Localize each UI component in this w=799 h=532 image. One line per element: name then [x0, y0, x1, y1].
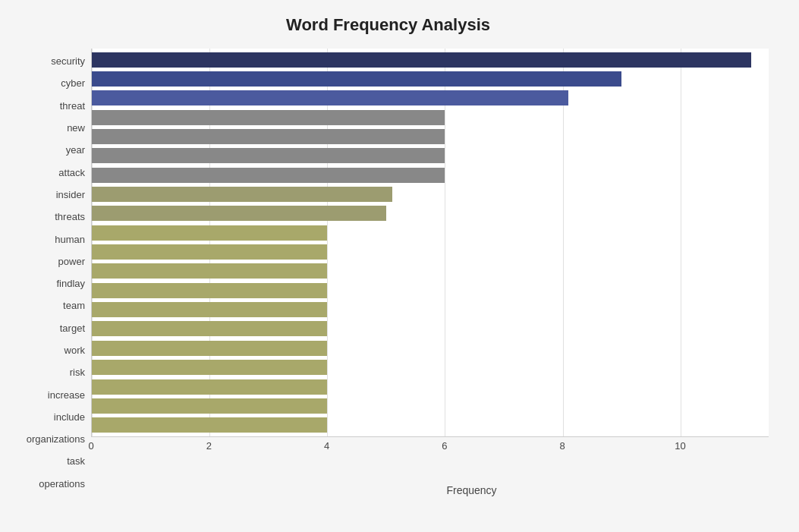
x-axis-title: Frequency	[175, 484, 769, 496]
y-axis-label-cyber: cyber	[61, 74, 85, 93]
plot-wrapper: 0246810 Frequency	[91, 49, 769, 496]
bar-row-operations	[92, 416, 769, 435]
y-axis-label-attack: attack	[58, 162, 85, 182]
y-axis-label-findlay: findlay	[56, 274, 85, 294]
y-axis-label-human: human	[55, 229, 85, 249]
bar-findlay	[92, 244, 327, 260]
x-axis-labels: 0246810	[91, 440, 769, 463]
y-axis-label-security: security	[51, 52, 85, 71]
bar-include	[92, 360, 327, 375]
y-axis-label-target: target	[60, 318, 85, 338]
y-axis-label-increase: increase	[48, 385, 85, 405]
bar-operations	[92, 417, 327, 433]
y-axis-label-new: new	[67, 118, 85, 138]
bar-row-power	[92, 223, 769, 242]
bar-row-increase	[92, 338, 769, 357]
bar-year	[92, 129, 445, 144]
bar-security	[92, 52, 751, 68]
bar-power	[92, 225, 327, 241]
bar-attack	[92, 148, 445, 163]
bar-row-insider	[92, 165, 769, 184]
bars-container	[92, 49, 769, 436]
y-axis-label-power: power	[58, 251, 85, 271]
x-tick-4: 4	[324, 440, 329, 452]
bar-work	[92, 302, 327, 317]
bar-new	[92, 110, 445, 125]
bar-row-security	[92, 50, 769, 69]
bar-target	[92, 283, 327, 298]
bar-organizations	[92, 379, 327, 395]
y-axis-label-insider: insider	[56, 184, 85, 204]
bar-row-year	[92, 127, 769, 146]
bar-risk	[92, 321, 327, 336]
y-axis-label-risk: risk	[70, 363, 85, 382]
y-axis-label-operations: operations	[39, 474, 85, 493]
bar-cyber	[92, 71, 621, 87]
x-tick-6: 6	[442, 440, 447, 452]
y-axis-label-threat: threat	[60, 96, 85, 115]
y-axis-label-include: include	[54, 407, 85, 427]
bar-row-human	[92, 204, 769, 223]
bar-row-team	[92, 262, 769, 281]
bar-row-risk	[92, 320, 769, 338]
bar-row-task	[92, 396, 769, 415]
bar-row-new	[92, 108, 769, 127]
bar-task	[92, 398, 327, 414]
chart-title: Word Frequency Analysis	[8, 15, 769, 35]
x-tick-0: 0	[88, 440, 93, 452]
y-axis: securitycyberthreatnewyearattackinsidert…	[8, 49, 91, 496]
bar-increase	[92, 341, 327, 356]
y-axis-label-organizations: organizations	[27, 430, 85, 449]
bar-row-include	[92, 358, 769, 377]
y-axis-label-year: year	[66, 140, 85, 160]
bar-row-findlay	[92, 242, 769, 261]
bar-insider	[92, 168, 445, 183]
bar-threats	[92, 187, 392, 202]
bar-row-cyber	[92, 69, 769, 88]
x-tick-8: 8	[560, 440, 565, 452]
y-axis-label-work: work	[64, 341, 85, 360]
y-axis-label-task: task	[67, 452, 85, 471]
y-axis-label-threats: threats	[55, 207, 85, 227]
bar-human	[92, 206, 386, 221]
x-tick-10: 10	[675, 440, 685, 452]
bar-threat	[92, 90, 568, 105]
bar-row-work	[92, 300, 769, 319]
bar-row-target	[92, 281, 769, 300]
bar-team	[92, 263, 327, 279]
chart-container: Word Frequency Analysis securitycyberthr…	[0, 0, 799, 532]
y-axis-label-team: team	[63, 296, 85, 316]
bar-row-attack	[92, 146, 769, 165]
x-tick-2: 2	[206, 440, 212, 452]
plot-area	[91, 49, 769, 437]
bar-row-organizations	[92, 377, 769, 396]
bar-row-threat	[92, 89, 769, 108]
bar-row-threats	[92, 184, 769, 203]
